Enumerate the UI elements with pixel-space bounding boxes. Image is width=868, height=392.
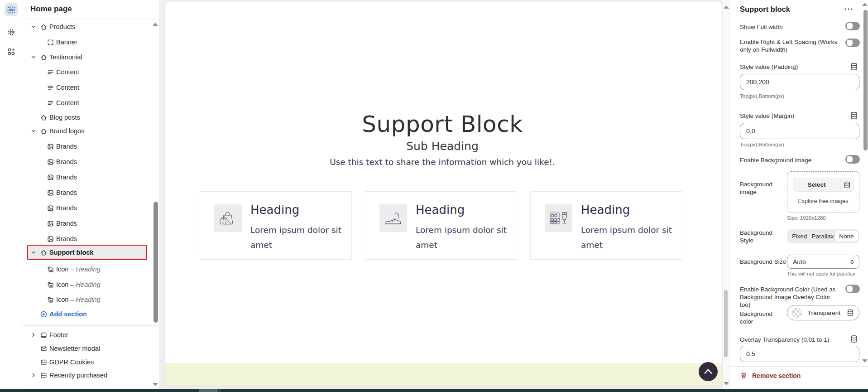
overlay-transparency-input[interactable]: [740, 346, 859, 362]
page-title: Home page: [30, 5, 72, 14]
sidebar-item-brand-logos[interactable]: Brand logos: [22, 125, 159, 137]
sidebar-item-label: Brand logos: [49, 127, 84, 135]
chevron-down-icon[interactable]: [30, 54, 37, 60]
sidebar-scrollbar-thumb[interactable]: [153, 202, 158, 323]
dynamic-source-icon[interactable]: [849, 334, 858, 344]
section-description: Use this text to share the information w…: [200, 157, 685, 167]
support-card[interactable]: Heading Lorem ipsum dolor sit amet: [530, 191, 682, 260]
background-size-select[interactable]: Auto: [787, 255, 859, 269]
sidebar-scroll-down-arrow[interactable]: [153, 383, 158, 386]
support-card[interactable]: Heading Lorem ipsum dolor sit amet: [200, 191, 352, 260]
sidebar-item-gdpr-cookies[interactable]: GDPR Cookies: [22, 356, 159, 368]
envelope-icon: [40, 345, 48, 353]
sidebar-item-icon-heading[interactable]: Icon – Heading: [22, 278, 159, 291]
sections-nav-button[interactable]: [5, 3, 18, 16]
sidebar-item-blog-posts[interactable]: Blog posts: [22, 111, 159, 124]
divider: [729, 366, 868, 367]
sidebar-item-newsletter-modal[interactable]: Newsletter modal: [22, 342, 159, 355]
card-text: Lorem ipsum dolor sit amet: [416, 223, 508, 252]
background-style-segmented-control: Fixed Parallax None: [787, 229, 859, 243]
dynamic-source-icon[interactable]: [849, 111, 858, 120]
preview-scroll-up-arrow[interactable]: [724, 5, 729, 9]
sidebar-item-recently-purchased[interactable]: Recently purchased: [22, 369, 159, 382]
settings-scrollbar-thumb[interactable]: [863, 10, 868, 150]
background-color-picker[interactable]: Transparent: [787, 305, 859, 320]
scroll-to-top-button[interactable]: [699, 362, 718, 381]
preview-scroll-down-arrow[interactable]: [724, 382, 729, 385]
background-style-option-none-selected[interactable]: None: [834, 231, 858, 242]
sidebar-item-brands[interactable]: Brands: [22, 202, 159, 214]
image-block-icon: [47, 235, 54, 243]
sidebar-item-banner[interactable]: Banner: [22, 36, 159, 48]
preview-scrollbar-thumb[interactable]: [724, 290, 728, 357]
margin-label: Style value (Margin): [740, 112, 794, 120]
side-spacing-toggle[interactable]: [845, 39, 860, 47]
sidebar-item-content[interactable]: Content: [22, 81, 159, 94]
sidebar-item-brands[interactable]: Brands: [22, 140, 159, 153]
section-options-menu-button[interactable]: [843, 5, 854, 14]
show-full-width-toggle[interactable]: [845, 22, 860, 30]
settings-scroll-up-arrow[interactable]: [862, 3, 868, 6]
sidebar-item-label: Brands: [56, 204, 77, 212]
sidebar-item-label: Icon – Heading: [56, 296, 101, 303]
theme-settings-nav-button[interactable]: [5, 25, 18, 39]
sidebar-scroll-up-arrow[interactable]: [153, 23, 158, 26]
showcase-illustration-icon: [546, 206, 571, 231]
bottom-scrollbar-mark: [219, 389, 221, 392]
preview-page[interactable]: Support Block Sub Heading Use this text …: [165, 2, 722, 386]
sidebar-item-brands[interactable]: Brands: [22, 171, 159, 184]
background-style-option-fixed[interactable]: Fixed: [788, 231, 811, 242]
sidebar-item-testimonial[interactable]: Testimonial: [22, 51, 159, 63]
dynamic-source-icon[interactable]: [840, 181, 854, 189]
sidebar-item-content[interactable]: Content: [22, 66, 159, 78]
bottom-scrollbar-thumb[interactable]: [199, 389, 218, 392]
sidebar-item-support-block-selected[interactable]: Support block: [27, 245, 147, 260]
preview-scrollbar[interactable]: [723, 0, 729, 389]
text-block-icon: [47, 84, 54, 92]
card-heading: Heading: [416, 203, 465, 217]
margin-input[interactable]: [740, 123, 859, 139]
settings-scroll-down-arrow[interactable]: [862, 359, 868, 363]
background-image-label: Background image: [740, 180, 781, 196]
dynamic-source-icon[interactable]: [849, 62, 858, 71]
chevron-down-icon[interactable]: [30, 128, 37, 134]
chevron-right-icon[interactable]: [30, 372, 37, 378]
chevron-right-icon[interactable]: [30, 332, 37, 338]
explore-free-images-link[interactable]: Explore free images: [787, 198, 859, 204]
sidebar-item-content[interactable]: Content: [22, 97, 159, 109]
chevron-down-icon[interactable]: [30, 24, 37, 30]
sections-icon: [6, 5, 16, 15]
icon-heading-block-icon: [47, 296, 54, 304]
sidebar-item-brands[interactable]: Brands: [22, 217, 159, 230]
enable-bg-image-toggle[interactable]: [845, 155, 860, 164]
sidebar-item-label: Brands: [56, 220, 77, 227]
select-image-button[interactable]: Select: [793, 178, 854, 192]
chevron-down-icon[interactable]: [30, 249, 37, 256]
add-section-button[interactable]: Add section: [22, 308, 159, 320]
sidebar-item-icon-heading[interactable]: Icon – Heading: [22, 263, 159, 276]
sidebar-item-icon-heading[interactable]: Icon – Heading: [22, 293, 159, 306]
text-block-icon: [47, 99, 54, 107]
bottom-scrollbar-bar[interactable]: [0, 389, 868, 392]
next-section-strip: [165, 363, 722, 386]
apps-nav-button[interactable]: [5, 45, 18, 58]
sidebar-item-label: Banner: [56, 39, 77, 46]
sidebar-item-products[interactable]: Products: [22, 20, 159, 33]
dynamic-source-icon[interactable]: [846, 309, 854, 317]
remove-section-button[interactable]: Remove section: [740, 372, 801, 379]
sidebar-item-label: Icon – Heading: [56, 266, 101, 273]
banner-block-icon: [47, 39, 54, 46]
sidebar-item-brands[interactable]: Brands: [22, 155, 159, 168]
support-card[interactable]: Heading Lorem ipsum dolor sit amet: [365, 191, 517, 260]
support-cards-row: Heading Lorem ipsum dolor sit amet Headi…: [200, 191, 682, 260]
section-subheading: Sub Heading: [200, 140, 685, 153]
background-style-option-parallax[interactable]: Parallax: [811, 231, 834, 242]
enable-bg-color-toggle[interactable]: [845, 285, 860, 293]
sidebar-item-brands[interactable]: Brands: [22, 232, 159, 245]
sidebar-item-footer[interactable]: Footer: [22, 329, 159, 341]
card-text: Lorem ipsum dolor sit amet: [250, 223, 343, 252]
padding-input[interactable]: [740, 74, 859, 90]
sidebar-item-brands[interactable]: Brands: [22, 186, 159, 199]
sidebar-item-label: Icon – Heading: [56, 281, 101, 288]
support-block-section[interactable]: Support Block Sub Heading Use this text …: [200, 2, 685, 386]
